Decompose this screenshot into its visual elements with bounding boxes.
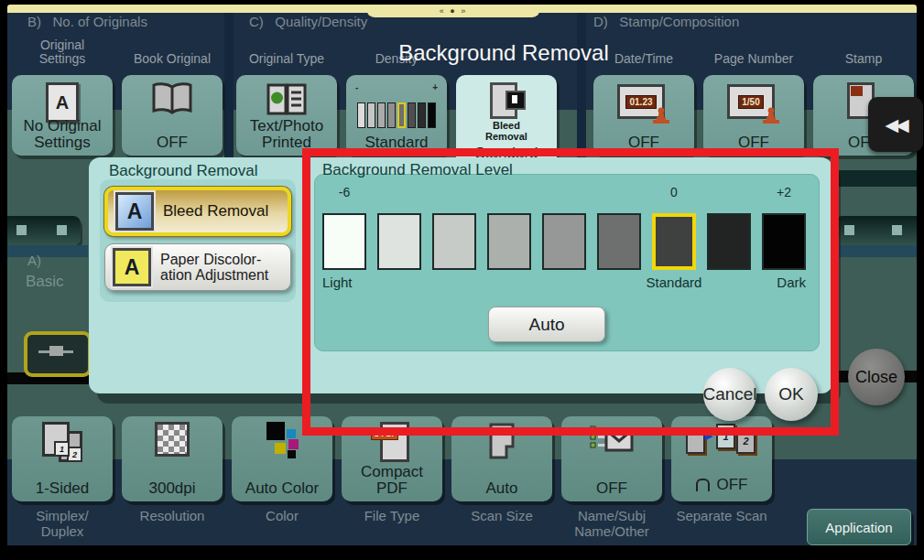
right-tab-accent [835, 245, 917, 257]
col-label-simplex-duplex: Simplex/ Duplex [7, 509, 117, 539]
book-icon [151, 82, 193, 115]
col-label-name-subj: Name/Subj Name/Other [548, 509, 676, 539]
tab-dot [57, 225, 67, 235]
compact-pdf-icon: C-PDF [371, 422, 413, 460]
density-bars-icon: - + [357, 82, 436, 128]
cpdf-badge: C-PDF [371, 428, 398, 440]
a-glyph: A [56, 92, 69, 113]
bleed-removal-icon [485, 82, 527, 119]
file-type-button[interactable]: C-PDF Compact PDF [342, 416, 442, 501]
dark-label: Dark [723, 275, 806, 290]
col-label-page-number: Page Number [699, 37, 809, 66]
density-button[interactable]: - + Standard [346, 75, 447, 156]
page-number-button[interactable]: 1/50 OFF [703, 75, 804, 156]
col-label-scan-size: Scan Size [438, 509, 566, 524]
button-label: OFF [703, 135, 804, 151]
col-label-book-original: Book Original [117, 37, 227, 66]
button-label: OFF [717, 476, 748, 494]
dialog-title: Background Removal [109, 162, 258, 180]
col-label-stamp: Stamp [809, 37, 919, 66]
page-2-badge: 2 [736, 428, 756, 454]
list-envelope-icon [590, 422, 634, 455]
double-chevron-left-icon: ◀◀ [885, 114, 906, 135]
button-label: Compact PDF [342, 464, 442, 497]
separate-scan-pages-icon: ▶ 1 2 [686, 422, 757, 457]
book-original-button[interactable]: OFF [122, 75, 223, 156]
level-swatch-row [322, 213, 806, 270]
scan-size-page-icon [487, 422, 516, 460]
col-label-original-settings: Original Settings [7, 37, 117, 66]
background-removal-button[interactable]: Bleed Removal Standard [456, 75, 557, 167]
page-title: Background Removal [302, 40, 705, 66]
checkerboard-dpi-icon [155, 422, 190, 457]
col-label-separate-scan: Separate Scan [658, 509, 786, 524]
slider-handle-icon [49, 346, 63, 356]
level-swatch-8[interactable] [762, 213, 806, 270]
simplex-duplex-button[interactable]: 1 2 1-Sided [12, 416, 113, 501]
basic-adjustment-button[interactable] [24, 331, 92, 377]
bleed-removal-option-button[interactable]: A Bleed Removal [104, 187, 291, 236]
left-tab-handle[interactable] [7, 216, 81, 245]
level-swatch-4[interactable] [542, 213, 586, 270]
section-header-b: B) No. of Originals [27, 14, 147, 29]
one-sided-pages-icon: 1 2 [40, 422, 84, 464]
color-button[interactable]: Auto Color [232, 416, 332, 501]
stamp-figure-icon [762, 106, 780, 124]
tab-dot [844, 225, 854, 235]
button-label: OFF [593, 135, 694, 151]
a-glyph: A [125, 255, 140, 280]
basic-tab-label: Basic [26, 273, 64, 291]
level-swatch-2[interactable] [432, 213, 476, 270]
auto-label: Auto [528, 315, 564, 335]
section-header-c: C) Quality/Density [249, 14, 367, 29]
tab-dot [892, 225, 902, 235]
light-label: Light [322, 275, 432, 290]
close-button[interactable]: Close [848, 349, 905, 405]
level-swatch-3[interactable] [487, 213, 531, 270]
scale-min-label: -6 [322, 185, 366, 199]
blue-arrow-icon: ▶ [705, 430, 712, 442]
button-label: Auto [451, 480, 552, 497]
background-removal-dialog: Background Removal A Bleed Removal A Pap… [89, 157, 832, 393]
page-1-badge: 1 [54, 441, 70, 457]
level-panel-title: Background Removal Level [322, 161, 513, 179]
page-1-badge: 1 [716, 424, 735, 449]
top-pull-handle[interactable]: « ● » [366, 5, 540, 17]
page-badge: 1/50 [738, 95, 763, 109]
name-subj-button[interactable]: OFF [561, 416, 662, 501]
level-swatch-0[interactable] [322, 213, 366, 270]
cancel-label: Cancel [702, 384, 756, 404]
ok-button[interactable]: OK [765, 368, 818, 421]
date-time-button[interactable]: 01.23 OFF [593, 75, 694, 156]
scan-size-button[interactable]: Auto [451, 416, 552, 501]
left-tab-accent [7, 245, 88, 257]
button-label: Standard [346, 135, 447, 151]
application-button[interactable]: Application [807, 509, 911, 545]
text-photo-icon [266, 82, 308, 117]
handle-glyph-icon: « ● » [440, 6, 467, 16]
tab-dot [16, 225, 27, 235]
collapse-panel-button[interactable]: ◀◀ [868, 97, 923, 152]
application-label: Application [825, 520, 892, 535]
option-label: Bleed Removal [163, 203, 268, 220]
button-label: OFF [561, 480, 662, 497]
date-stamp-icon: 01.23 [617, 82, 670, 124]
close-label: Close [855, 368, 897, 387]
stamp-figure-icon [652, 106, 670, 124]
cancel-button[interactable]: Cancel [703, 368, 756, 421]
level-swatch-6[interactable] [652, 213, 696, 270]
auto-button[interactable]: Auto [488, 307, 605, 342]
original-settings-button[interactable]: A No Original Settings [12, 75, 113, 156]
level-swatch-7[interactable] [707, 213, 751, 270]
original-type-button[interactable]: Text/Photo Printed [236, 75, 337, 156]
page-number-stamp-icon: 1/50 [727, 82, 780, 124]
button-label: Text/Photo Printed [236, 118, 337, 151]
scale-zero-label: 0 [652, 185, 696, 199]
level-swatch-5[interactable] [597, 213, 641, 270]
separate-scan-button[interactable]: ▶ 1 2 OFF [671, 416, 772, 501]
paper-discoloration-option-button[interactable]: A Paper Discolor- ation Adjustment [104, 243, 291, 291]
level-swatch-1[interactable] [377, 213, 421, 270]
resolution-button[interactable]: 300dpi [122, 416, 223, 501]
button-label: 300dpi [122, 480, 223, 497]
right-tab-handle[interactable] [835, 216, 917, 245]
